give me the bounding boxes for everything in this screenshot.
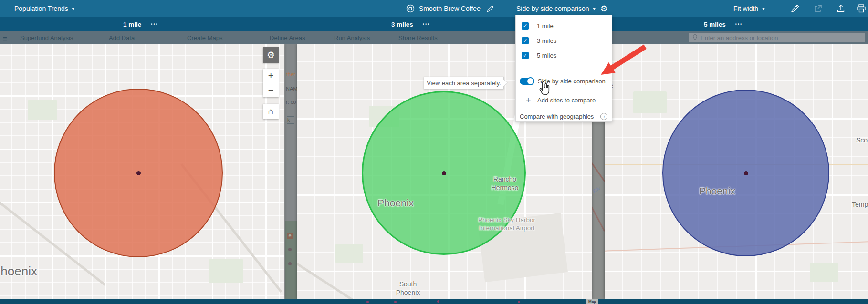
plus-icon: + <box>268 71 274 81</box>
side-by-side-toggle[interactable] <box>520 78 534 85</box>
city-label: Phoenix <box>377 197 414 209</box>
background-dot <box>394 301 397 303</box>
background-map-tint <box>285 221 297 299</box>
background-fragment: k <box>287 116 294 124</box>
area-label: Rancho Hermoso <box>482 175 527 192</box>
background-tab: Create Maps <box>187 34 222 41</box>
park-patch <box>209 259 243 283</box>
toggle-knob <box>526 77 534 85</box>
zoom-control: + − <box>263 69 279 97</box>
background-sliver: ther NAM r: co k e <box>284 44 297 299</box>
site-marker <box>442 171 446 175</box>
city-label: Phoenix <box>699 185 735 197</box>
background-tab: Run Analysis <box>334 34 370 41</box>
ring-bar-label: 1 mile <box>123 21 141 28</box>
map-panel-1-mile[interactable]: Phoenix ⚙ + − ⌂ <box>0 44 284 299</box>
add-sites-button[interactable]: + Add sites to compare <box>516 94 612 106</box>
south-phoenix-label: South Phoenix <box>388 280 428 297</box>
park-patch <box>633 91 667 113</box>
ring-option-label: 5 miles <box>537 52 556 59</box>
home-icon: ⌂ <box>268 106 273 117</box>
view-mode-label: Side by side comparison <box>516 5 589 12</box>
background-fragment: Riv <box>592 185 601 194</box>
background-tab: Add Data <box>109 34 135 41</box>
background-search-box: Enter an address or location <box>689 33 865 42</box>
ring-bar-5-miles: 5 miles ••• <box>704 17 743 31</box>
gear-icon: ⚙ <box>600 4 607 14</box>
location-pin-icon <box>692 34 698 42</box>
ring-option-label: 3 miles <box>537 37 556 44</box>
site-marker <box>136 171 141 175</box>
site-name: Smooth Brew Coffee <box>419 5 481 12</box>
background-fragment: NAM <box>286 86 297 91</box>
ring-option-label: 1 mile <box>537 22 554 30</box>
background-fragment: r: co <box>286 99 296 105</box>
checkbox-checked-icon[interactable]: ✓ <box>522 22 529 30</box>
menu-icon: ≡ <box>3 34 7 42</box>
check-icon: ✓ <box>523 52 527 59</box>
share-button[interactable] <box>813 0 823 17</box>
info-icon[interactable]: i <box>600 113 607 120</box>
overflow-menu-icon[interactable]: ••• <box>735 22 743 27</box>
background-attribution: Map <box>586 299 598 304</box>
scottsdale-label: Scottsdale <box>856 136 868 144</box>
tooltip: View each area separately. <box>424 77 504 89</box>
zoom-out-button[interactable]: − <box>263 83 279 97</box>
edit-pencil-button[interactable] <box>790 0 800 17</box>
tempe-label: Tempe <box>852 201 868 208</box>
chevron-down-icon: ▾ <box>762 6 765 12</box>
background-fragment: ther <box>286 71 295 77</box>
ring-bar-label: 3 miles <box>391 21 413 28</box>
target-icon <box>406 4 415 13</box>
chevron-down-icon: ▾ <box>593 6 596 12</box>
compare-geographies-label: Compare with geographies <box>520 113 594 120</box>
background-dot <box>437 300 439 303</box>
map-settings-button[interactable]: ⚙ <box>263 47 279 63</box>
ring-bar-label: 5 miles <box>704 21 726 28</box>
minus-icon: − <box>268 85 274 96</box>
background-bottom-bar: Map <box>0 299 868 304</box>
background-dot <box>366 301 369 303</box>
fit-width-label: Fit width <box>733 5 758 12</box>
park-patch <box>810 263 838 282</box>
background-search-placeholder: Enter an address or location <box>701 34 778 41</box>
hand-cursor <box>538 80 551 96</box>
top-toolbar: Population Trends ▾ Smooth Brew Coffee S… <box>0 0 868 17</box>
add-sites-label: Add sites to compare <box>537 97 596 104</box>
park-patch <box>335 244 363 263</box>
overflow-menu-icon[interactable]: ••• <box>423 22 430 27</box>
background-tab: Define Areas <box>270 34 305 41</box>
home-button[interactable]: ⌂ <box>263 104 279 119</box>
plus-icon: + <box>523 95 533 105</box>
project-menu[interactable]: Population Trends ▾ <box>14 0 74 17</box>
checkbox-checked-icon[interactable]: ✓ <box>522 37 529 44</box>
zoom-in-button[interactable]: + <box>263 69 279 83</box>
background-road <box>592 202 605 232</box>
ring-label-bar: 1 mile ••• 3 miles ••• 5 miles ••• <box>0 17 868 31</box>
project-menu-label: Population Trends <box>14 5 68 12</box>
checkbox-checked-icon[interactable]: ✓ <box>522 52 529 59</box>
compare-geographies-button[interactable]: Compare with geographies i <box>516 111 612 122</box>
check-icon: ✓ <box>523 23 527 29</box>
ring-option-1-mile[interactable]: ✓ 1 mile <box>516 20 612 31</box>
fit-width-menu[interactable]: Fit width ▾ <box>733 0 765 17</box>
app-window: Phoenix ⚙ + − ⌂ ther NAM r: co k e Phoen… <box>0 0 868 304</box>
airport-label: Phoenix Sky Harbor International Airport <box>477 216 537 233</box>
overflow-menu-icon[interactable]: ••• <box>151 22 158 27</box>
city-label: Phoenix <box>0 264 37 279</box>
chevron-down-icon: ▾ <box>72 6 75 12</box>
background-dot <box>518 301 520 303</box>
site-marker <box>744 171 748 175</box>
check-icon: ✓ <box>523 38 527 44</box>
park-patch <box>28 100 57 120</box>
background-road <box>592 159 605 183</box>
ring-bar-1-mile: 1 mile ••• <box>123 17 158 31</box>
callout-arrow <box>594 41 654 83</box>
edit-site-pencil-icon[interactable] <box>486 5 494 13</box>
background-app-tabs: ≡ Superfund Analysis Add Data Create Map… <box>0 31 868 44</box>
background-tab: Superfund Analysis <box>20 34 73 41</box>
tooltip-arrow <box>503 80 507 86</box>
export-button[interactable] <box>836 0 846 17</box>
background-tab: Share Results <box>398 34 438 41</box>
print-button[interactable] <box>856 0 867 17</box>
